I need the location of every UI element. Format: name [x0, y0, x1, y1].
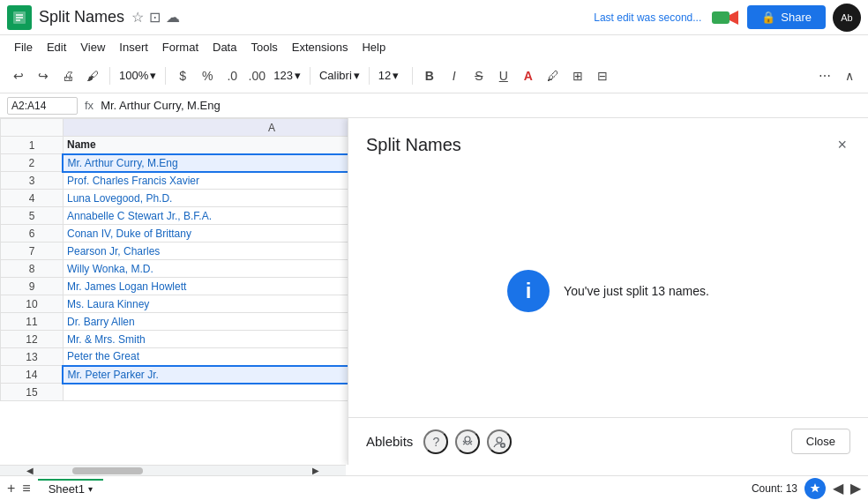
menu-bar: File Edit View Insert Format Data Tools … [0, 35, 868, 58]
underline-button[interactable]: U [492, 64, 515, 87]
row-num-10: 10 [1, 295, 64, 313]
explore-button[interactable] [804, 478, 826, 499]
row-num-14: 14 [1, 366, 64, 384]
history-icon[interactable]: ⊡ [149, 9, 161, 26]
user-avatar[interactable]: Ab [833, 4, 861, 32]
corner-header [1, 119, 64, 137]
cloud-icon[interactable]: ☁ [166, 9, 180, 26]
menu-extensions[interactable]: Extensions [285, 39, 355, 56]
add-sheet-button[interactable]: + [7, 481, 15, 496]
hscroll-thumb[interactable] [72, 467, 143, 474]
row-num-1: 1 [1, 137, 64, 154]
cell-reference-input[interactable]: A2:A14 [7, 97, 78, 115]
meet-button[interactable] [712, 9, 740, 26]
redo-button[interactable]: ↪ [32, 64, 55, 87]
svg-point-11 [497, 437, 502, 443]
account-button[interactable] [487, 429, 512, 454]
percent-button[interactable]: % [196, 64, 219, 87]
hscroll-right-arrow[interactable]: ▶ [312, 466, 319, 475]
row-num-8: 8 [1, 260, 64, 278]
paint-format-button[interactable]: 🖌 [81, 64, 104, 87]
last-edit-text[interactable]: Last edit was second... [594, 11, 701, 24]
dialog-message: You've just split 13 names. [564, 284, 709, 298]
row-num-4: 4 [1, 190, 64, 207]
menu-data[interactable]: Data [206, 39, 243, 56]
bottom-right: Count: 13 ◀ ▶ [752, 478, 861, 499]
text-color-button[interactable]: A [517, 64, 540, 87]
document-title: Split Names [39, 8, 124, 26]
title-icons: ☆ ⊡ ☁ [131, 9, 180, 26]
row-num-6: 6 [1, 225, 64, 243]
decimal-decrease-button[interactable]: .0 [221, 64, 243, 87]
bold-button[interactable]: B [418, 64, 441, 87]
row-num-3: 3 [1, 172, 64, 190]
separator-2 [165, 67, 166, 85]
chevron-down-icon-2: ▾ [295, 69, 301, 82]
more-options-button[interactable]: ⋯ [813, 64, 836, 87]
meet-icon [712, 9, 740, 26]
row-num-7: 7 [1, 243, 64, 260]
share-button[interactable]: 🔒 Share [747, 5, 826, 29]
font-select[interactable]: Calibri ▾ [316, 67, 363, 84]
sheet-tab-arrow: ▾ [88, 484, 93, 494]
app-icon [7, 5, 32, 30]
sheet-area: A B C 1 Name Title First 2 Mr. Arthur Cu… [0, 118, 868, 475]
formula-bar: A2:A14 fx Mr. Arthur Curry, M.Eng [0, 93, 868, 118]
separator-1 [109, 67, 110, 85]
horizontal-scrollbar[interactable]: ◀ ▶ [0, 465, 346, 475]
dialog-header: Split Names × [348, 118, 868, 165]
count-display: Count: 13 [752, 482, 797, 495]
lock-icon: 🔒 [761, 11, 775, 24]
menu-insert[interactable]: Insert [112, 39, 155, 56]
strikethrough-button[interactable]: S [468, 64, 490, 87]
undo-button[interactable]: ↩ [7, 64, 30, 87]
highlight-color-button[interactable]: 🖊 [542, 64, 565, 87]
info-letter: i [526, 279, 532, 303]
fx-icon: fx [85, 99, 94, 112]
dialog-panel: Split Names × i You've just split 13 nam… [348, 118, 868, 465]
zoom-select[interactable]: 100% ▾ [116, 67, 160, 84]
menu-view[interactable]: View [73, 39, 112, 56]
info-icon: i [507, 270, 550, 312]
chevron-down-icon-4: ▾ [393, 69, 399, 82]
star-icon[interactable]: ☆ [131, 9, 144, 26]
currency-button[interactable]: $ [171, 64, 194, 87]
separator-3 [310, 67, 311, 85]
footer-icons: ? [423, 429, 512, 454]
dialog-title: Split Names [366, 135, 834, 155]
sheets-nav-left[interactable]: ◀ [833, 480, 843, 496]
row-num-2: 2 [1, 154, 64, 172]
menu-format[interactable]: Format [155, 39, 206, 56]
menu-edit[interactable]: Edit [40, 39, 73, 56]
svg-line-10 [470, 444, 472, 444]
hscroll-track[interactable] [37, 467, 309, 474]
sheet-list-button[interactable]: ≡ [22, 481, 30, 496]
help-button[interactable]: ? [423, 429, 448, 454]
svg-point-6 [465, 437, 470, 442]
collapse-toolbar-button[interactable]: ∧ [838, 64, 861, 87]
number-format-select[interactable]: 123 ▾ [270, 67, 304, 84]
close-button[interactable]: Close [791, 429, 850, 454]
bottom-bar: + ≡ Sheet1 ▾ Count: 13 ◀ ▶ [0, 475, 868, 500]
formula-input[interactable]: Mr. Arthur Curry, M.Eng [101, 99, 861, 112]
dialog-close-button[interactable]: × [834, 132, 850, 158]
sheets-nav-right[interactable]: ▶ [850, 480, 861, 496]
print-button[interactable]: 🖨 [56, 64, 79, 87]
font-size-select[interactable]: 12 ▾ [375, 67, 407, 84]
hscroll-left-arrow[interactable]: ◀ [26, 466, 34, 475]
menu-file[interactable]: File [7, 39, 40, 56]
italic-button[interactable]: I [443, 64, 466, 87]
menu-tools[interactable]: Tools [243, 39, 284, 56]
svg-line-9 [463, 444, 465, 444]
decimal-increase-button[interactable]: .00 [245, 64, 268, 87]
merge-button[interactable]: ⊟ [591, 64, 614, 87]
dialog-footer: Ablebits ? [348, 417, 868, 465]
ablebits-brand: Ablebits [366, 434, 413, 449]
borders-button[interactable]: ⊞ [566, 64, 589, 87]
row-num-5: 5 [1, 207, 64, 225]
bug-report-button[interactable] [455, 429, 480, 454]
sheet-tab-sheet1[interactable]: Sheet1 ▾ [38, 479, 103, 497]
svg-marker-5 [730, 11, 738, 25]
svg-line-7 [463, 441, 465, 443]
menu-help[interactable]: Help [355, 39, 393, 56]
